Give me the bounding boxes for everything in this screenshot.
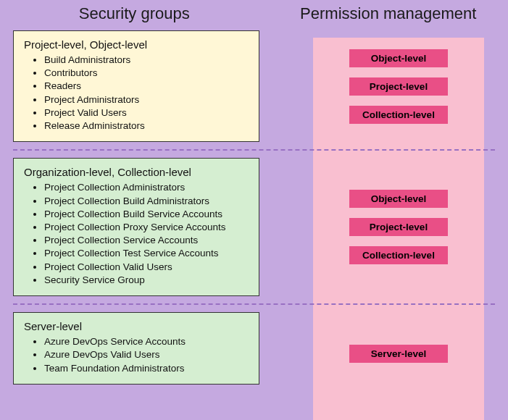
headers-row: Security groups Permission management	[0, 0, 508, 30]
list-item: Security Service Group	[44, 274, 249, 287]
list-item: Project Collection Test Service Accounts	[44, 247, 249, 260]
list-item: Build Administrators	[44, 54, 249, 67]
permission-chip: Project-level	[349, 218, 448, 236]
section-project-level: Project-level, Object-level Build Admini…	[13, 30, 495, 142]
permission-chip: Project-level	[349, 77, 448, 96]
section-organization-level: Organization-level, Collection-level Pro…	[13, 158, 495, 296]
permission-list: Server-level	[313, 312, 484, 385]
list-item: Project Collection Proxy Service Account…	[44, 221, 249, 234]
section-server-level: Server-level Azure DevOps Service Accoun…	[13, 312, 495, 385]
list-item: Project Collection Build Service Account…	[44, 208, 249, 221]
security-group-title: Project-level, Object-level	[24, 38, 249, 51]
list-item: Azure DevOps Service Accounts	[44, 335, 249, 348]
permission-chip: Object-level	[349, 49, 448, 67]
security-group-box: Organization-level, Collection-level Pro…	[13, 158, 259, 296]
security-group-box: Project-level, Object-level Build Admini…	[13, 30, 259, 142]
section-divider	[13, 149, 495, 151]
permission-chip: Collection-level	[349, 106, 448, 124]
list-item: Contributors	[44, 67, 249, 80]
permission-chip: Server-level	[349, 345, 448, 363]
list-item: Project Administrators	[44, 93, 249, 106]
security-group-title: Organization-level, Collection-level	[24, 166, 249, 178]
permission-chip: Collection-level	[349, 246, 448, 264]
list-item: Release Administrators	[44, 119, 249, 133]
permission-list: Object-level Project-level Collection-le…	[313, 158, 484, 296]
list-item: Project Valid Users	[44, 106, 249, 119]
header-permission-management: Permission management	[254, 4, 509, 23]
list-item: Project Collection Service Accounts	[44, 234, 249, 247]
list-item: Project Collection Valid Users	[44, 261, 249, 274]
list-item: Team Foundation Administrators	[44, 362, 249, 375]
security-group-list: Project Collection Administrators Projec…	[24, 181, 249, 287]
section-divider	[13, 303, 495, 305]
header-security-groups: Security groups	[0, 4, 254, 23]
list-item: Azure DevOps Valid Users	[44, 348, 249, 361]
list-item: Readers	[44, 80, 249, 93]
security-group-box: Server-level Azure DevOps Service Accoun…	[13, 312, 259, 385]
security-group-list: Build Administrators Contributors Reader…	[24, 54, 249, 133]
permission-chip: Object-level	[349, 190, 448, 208]
security-group-title: Server-level	[24, 320, 249, 332]
security-group-list: Azure DevOps Service Accounts Azure DevO…	[24, 335, 249, 375]
list-item: Project Collection Administrators	[44, 181, 249, 194]
permission-list: Object-level Project-level Collection-le…	[313, 30, 484, 142]
list-item: Project Collection Build Administrators	[44, 195, 249, 208]
